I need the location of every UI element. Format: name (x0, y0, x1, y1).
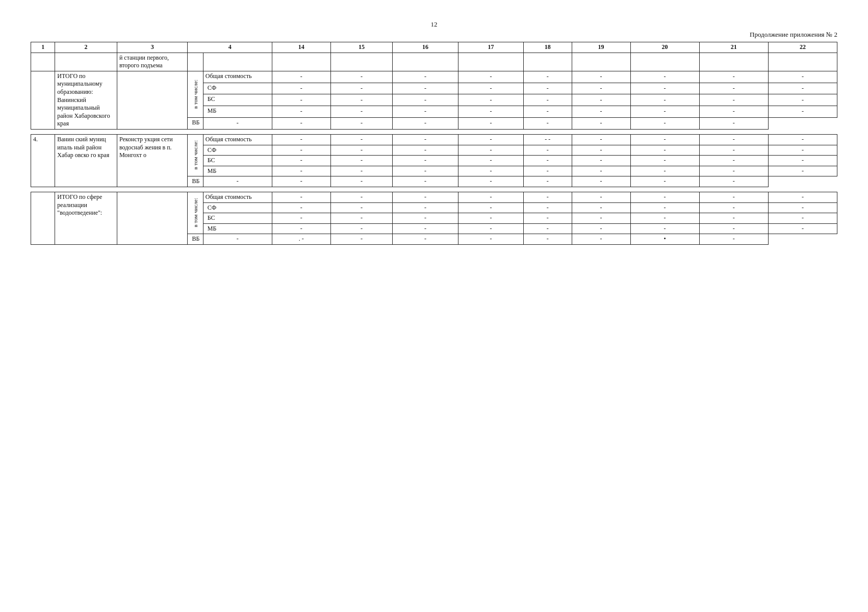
item4-col2: Ванин ский муниц ипаль ный район Хабар о… (55, 134, 117, 187)
cell-dash-15a (330, 53, 393, 71)
isvb6: - (524, 234, 572, 245)
col-header-19: 19 (572, 42, 630, 53)
vb5: - (458, 118, 523, 130)
isbs6: - (572, 213, 630, 224)
cell-dash-19a (572, 53, 630, 71)
i4d8: - (699, 134, 768, 145)
isbs2: - (330, 213, 393, 224)
itogo-sfera-main-label: Общая стоимость (203, 192, 272, 202)
i4sf9: - (768, 145, 837, 156)
col-header-17: 17 (458, 42, 523, 53)
isvb3: - (330, 234, 393, 245)
ismb5: - (524, 223, 572, 234)
cell-dash-16a (393, 53, 458, 71)
is6: - (572, 192, 630, 202)
isvb9: - (699, 234, 768, 245)
itogo-mun-main: ИТОГО по муниципальному образованию: Ван… (31, 71, 837, 83)
cell-empty-4 (203, 53, 272, 71)
i4vb6: - (524, 176, 572, 187)
cell-dash-18a (524, 53, 572, 71)
item4-sf-label: СФ (203, 145, 272, 156)
i4bs2: - (330, 156, 393, 166)
d9: - (768, 71, 837, 83)
i4mb7: - (630, 166, 699, 176)
page-number: 12 (31, 20, 837, 29)
item4-main-label: Общая стоимость (203, 134, 272, 145)
isvb7: - (572, 234, 630, 245)
i4bs6: - (572, 156, 630, 166)
col-header-14: 14 (272, 42, 330, 53)
vb9: - (699, 118, 768, 130)
isvb5: - (458, 234, 523, 245)
is8: - (699, 192, 768, 202)
bs9: - (768, 94, 837, 106)
ismb9: - (768, 223, 837, 234)
sf3: - (393, 83, 458, 94)
mb3: - (393, 106, 458, 118)
isbs9: - (768, 213, 837, 224)
sf5: - (524, 83, 572, 94)
isvb4: - (393, 234, 458, 245)
isbs3: - (393, 213, 458, 224)
i4d1: - (272, 134, 330, 145)
itogo-mun-label-main: Общая стоимость (203, 71, 272, 83)
itogo-mun-col1 (31, 71, 55, 129)
i4vb1: - (203, 176, 272, 187)
mb4: - (458, 106, 523, 118)
i4sf6: - (572, 145, 630, 156)
i4mb3: - (393, 166, 458, 176)
i4d7: - (630, 134, 699, 145)
i4mb2: - (330, 166, 393, 176)
i4mb5: - (524, 166, 572, 176)
i4vb4: - (393, 176, 458, 187)
i4mb6: - (572, 166, 630, 176)
cell-dash-21a (699, 53, 768, 71)
col-header-22: 22 (768, 42, 837, 53)
sf7: - (630, 83, 699, 94)
itogo-sfera-col2: ИТОГО по сфере реализации "водоотведение… (55, 192, 117, 244)
i4bs8: - (699, 156, 768, 166)
spacer-1 (31, 129, 837, 134)
col-header-16: 16 (393, 42, 458, 53)
cell-dash-22a (768, 53, 837, 71)
i4vb5: - (458, 176, 523, 187)
itogo-mun-bs-label: БС (203, 94, 272, 106)
d3: - (393, 71, 458, 83)
item4-main: 4. Ванин ский муниц ипаль ный район Хаба… (31, 134, 837, 145)
vb4: - (393, 118, 458, 130)
i4vb2: - (272, 176, 330, 187)
item4-rotated: в том числе: (188, 134, 203, 176)
i4d3: - (393, 134, 458, 145)
i4mb1: - (272, 166, 330, 176)
item4-bs-label: БС (203, 156, 272, 166)
i4sf7: - (630, 145, 699, 156)
i4bs4: - (458, 156, 523, 166)
issf2: - (330, 202, 393, 213)
vb1: - (203, 118, 272, 130)
appendix-label: Продолжение приложения № 2 (31, 31, 837, 39)
vb8: - (630, 118, 699, 130)
issf3: - (393, 202, 458, 213)
cell-empty-1 (31, 53, 55, 71)
itogo-mun-vb-label: ВБ (188, 118, 203, 130)
mb9: - (768, 106, 837, 118)
issf6: - (572, 202, 630, 213)
cell-dash-20a (630, 53, 699, 71)
item4-col1: 4. (31, 134, 55, 187)
i4d5: - - (524, 134, 572, 145)
vb7: - (572, 118, 630, 130)
itogo-sfera-sf-label: СФ (203, 202, 272, 213)
is2: - (330, 192, 393, 202)
i4sf3: - (393, 145, 458, 156)
isvb2: . - (272, 234, 330, 245)
bs2: - (330, 94, 393, 106)
item4-col3: Реконстр укция сети водоснаб жения в п. … (117, 134, 188, 187)
itogo-mun-sf-label: СФ (203, 83, 272, 94)
i4mb4: - (458, 166, 523, 176)
issf5: - (524, 202, 572, 213)
col-header-21: 21 (699, 42, 768, 53)
i4sf4: - (458, 145, 523, 156)
i4d6: - (572, 134, 630, 145)
sf4: - (458, 83, 523, 94)
itogo-sfera-vb-label: ВБ (188, 234, 203, 245)
